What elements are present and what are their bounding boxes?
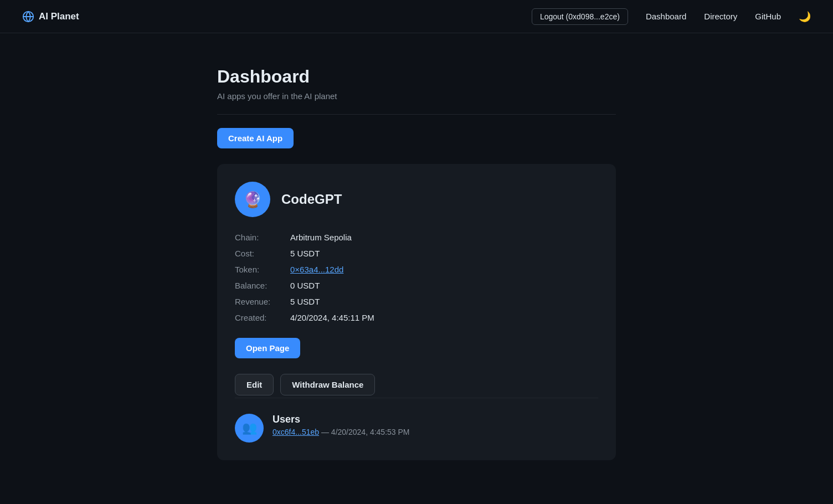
navbar: AI Planet Logout (0xd098...e2ce) Dashboa…	[0, 0, 833, 33]
balance-value: 0 USDT	[290, 281, 320, 290]
app-name: CodeGPT	[281, 192, 342, 207]
token-value[interactable]: 0×63a4...12dd	[290, 265, 343, 274]
theme-toggle-icon[interactable]: 🌙	[799, 11, 811, 23]
create-ai-app-button[interactable]: Create AI App	[217, 128, 294, 148]
app-card: 🔮 CodeGPT Chain: Arbitrum Sepolia Cost: …	[217, 164, 616, 460]
cost-label: Cost:	[235, 249, 290, 258]
user-address-link[interactable]: 0xc6f4...51eb	[272, 428, 319, 436]
token-label: Token:	[235, 265, 290, 274]
withdraw-balance-button[interactable]: Withdraw Balance	[280, 374, 375, 395]
created-value: 4/20/2024, 4:45:11 PM	[290, 313, 374, 322]
users-title: Users	[272, 414, 410, 425]
nav-right: Logout (0xd098...e2ce) Dashboard Directo…	[532, 8, 811, 25]
chain-row: Chain: Arbitrum Sepolia	[235, 233, 598, 242]
chain-value: Arbitrum Sepolia	[290, 233, 352, 242]
users-avatar-icon: 👥	[242, 421, 257, 435]
page-title: Dashboard	[217, 66, 616, 87]
user-entry: 0xc6f4...51eb — 4/20/2024, 4:45:53 PM	[272, 428, 410, 436]
app-avatar: 🔮	[235, 182, 270, 217]
cost-row: Cost: 5 USDT	[235, 249, 598, 258]
balance-label: Balance:	[235, 281, 290, 290]
revenue-row: Revenue: 5 USDT	[235, 297, 598, 306]
revenue-label: Revenue:	[235, 297, 290, 306]
github-link[interactable]: GitHub	[755, 12, 781, 21]
logo[interactable]: AI Planet	[22, 11, 79, 23]
revenue-value: 5 USDT	[290, 297, 320, 306]
open-page-button[interactable]: Open Page	[235, 338, 300, 358]
page-subtitle: AI apps you offer in the AI planet	[217, 91, 616, 101]
directory-link[interactable]: Directory	[704, 12, 737, 21]
logout-button[interactable]: Logout (0xd098...e2ce)	[532, 8, 628, 25]
balance-row: Balance: 0 USDT	[235, 281, 598, 290]
created-row: Created: 4/20/2024, 4:45:11 PM	[235, 313, 598, 322]
app-details: Chain: Arbitrum Sepolia Cost: 5 USDT Tok…	[235, 233, 598, 322]
dashboard-link[interactable]: Dashboard	[646, 12, 686, 21]
users-section: 👥 Users 0xc6f4...51eb — 4/20/2024, 4:45:…	[235, 414, 598, 443]
title-divider	[217, 114, 616, 115]
main-content: Dashboard AI apps you offer in the AI pl…	[206, 33, 627, 493]
created-label: Created:	[235, 313, 290, 322]
cost-value: 5 USDT	[290, 249, 320, 258]
card-divider	[235, 398, 598, 398]
globe-icon	[22, 11, 34, 23]
users-info: Users 0xc6f4...51eb — 4/20/2024, 4:45:53…	[272, 414, 410, 436]
app-avatar-icon: 🔮	[243, 191, 263, 209]
logo-label: AI Planet	[39, 11, 79, 22]
app-actions: Open Page	[235, 338, 598, 358]
user-timestamp: — 4/20/2024, 4:45:53 PM	[321, 428, 410, 436]
chain-label: Chain:	[235, 233, 290, 242]
edit-button[interactable]: Edit	[235, 374, 274, 395]
app-header: 🔮 CodeGPT	[235, 182, 598, 217]
users-avatar: 👥	[235, 414, 264, 443]
token-row: Token: 0×63a4...12dd	[235, 265, 598, 274]
edit-withdraw-row: Edit Withdraw Balance	[235, 374, 598, 395]
